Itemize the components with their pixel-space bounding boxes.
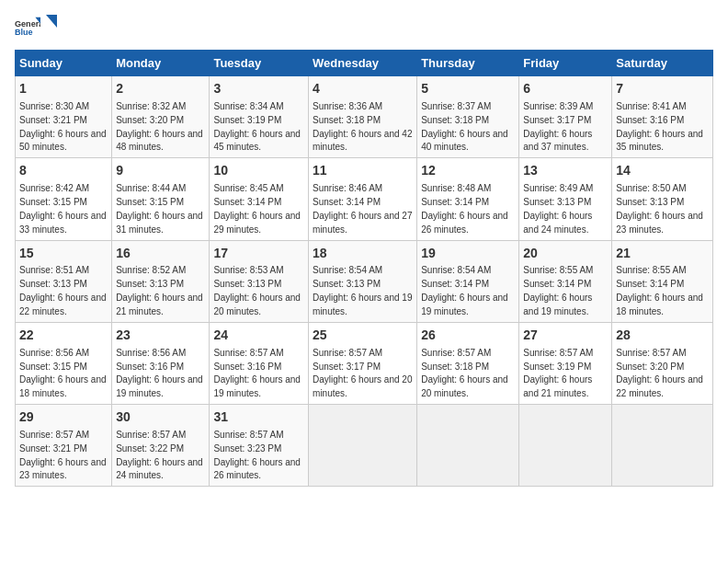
daylight-text: Daylight: 6 hours and 19 minutes. xyxy=(313,293,412,316)
sunrise-text: Sunrise: 8:55 AM xyxy=(616,265,686,275)
sunrise-text: Sunrise: 8:53 AM xyxy=(213,265,283,275)
logo-icon: General Blue xyxy=(15,15,40,40)
sunset-text: Sunset: 3:18 PM xyxy=(421,115,489,125)
calendar-cell: 2Sunrise: 8:32 AMSunset: 3:20 PMDaylight… xyxy=(112,76,210,158)
day-number: 11 xyxy=(313,162,413,179)
calendar-cell: 6Sunrise: 8:39 AMSunset: 3:17 PMDaylight… xyxy=(519,76,612,158)
sunset-text: Sunset: 3:21 PM xyxy=(19,443,87,454)
day-number: 16 xyxy=(116,245,205,262)
calendar-cell: 23Sunrise: 8:56 AMSunset: 3:16 PMDayligh… xyxy=(112,322,210,404)
sunset-text: Sunset: 3:22 PM xyxy=(116,443,184,454)
calendar-cell: 12Sunrise: 8:48 AMSunset: 3:14 PMDayligh… xyxy=(417,158,519,240)
daylight-text: Daylight: 6 hours and 45 minutes. xyxy=(213,129,301,153)
sunset-text: Sunset: 3:23 PM xyxy=(213,443,281,454)
calendar-cell xyxy=(417,405,519,487)
calendar-cell: 9Sunrise: 8:44 AMSunset: 3:15 PMDaylight… xyxy=(112,158,210,240)
calendar-cell: 1Sunrise: 8:30 AMSunset: 3:21 PMDaylight… xyxy=(16,76,112,158)
sunrise-text: Sunrise: 8:56 AM xyxy=(19,348,89,358)
sunrise-text: Sunrise: 8:39 AM xyxy=(523,101,593,111)
sunset-text: Sunset: 3:15 PM xyxy=(19,362,87,372)
sunset-text: Sunset: 3:13 PM xyxy=(19,279,87,289)
day-number: 14 xyxy=(616,162,709,179)
sunset-text: Sunset: 3:13 PM xyxy=(213,279,281,289)
svg-text:Blue: Blue xyxy=(15,28,33,37)
sunset-text: Sunset: 3:19 PM xyxy=(213,115,281,125)
day-number: 26 xyxy=(421,327,515,344)
day-number: 29 xyxy=(19,408,108,426)
sunrise-text: Sunrise: 8:34 AM xyxy=(213,101,283,111)
sunrise-text: Sunrise: 8:30 AM xyxy=(19,101,89,111)
daylight-text: Daylight: 6 hours and 19 minutes. xyxy=(213,374,301,398)
header-saturday: Saturday xyxy=(612,51,713,76)
sunrise-text: Sunrise: 8:54 AM xyxy=(313,265,382,275)
daylight-text: Daylight: 6 hours and 22 minutes. xyxy=(19,293,107,316)
daylight-text: Daylight: 6 hours and 22 minutes. xyxy=(616,374,703,398)
sunrise-text: Sunrise: 8:57 AM xyxy=(313,348,382,358)
daylight-text: Daylight: 6 hours and 26 minutes. xyxy=(421,211,508,235)
daylight-text: Daylight: 6 hours and 29 minutes. xyxy=(213,211,301,235)
logo: General Blue xyxy=(15,15,57,40)
day-number: 18 xyxy=(313,245,413,262)
calendar-cell: 17Sunrise: 8:53 AMSunset: 3:13 PMDayligh… xyxy=(210,240,309,322)
sunrise-text: Sunrise: 8:37 AM xyxy=(421,101,491,111)
sunrise-text: Sunrise: 8:57 AM xyxy=(616,348,686,358)
sunset-text: Sunset: 3:19 PM xyxy=(523,362,591,372)
sunset-text: Sunset: 3:16 PM xyxy=(213,362,281,372)
sunrise-text: Sunrise: 8:32 AM xyxy=(116,101,186,111)
calendar-cell: 20Sunrise: 8:55 AMSunset: 3:14 PMDayligh… xyxy=(519,240,612,322)
sunrise-text: Sunrise: 8:54 AM xyxy=(421,265,491,275)
daylight-text: Daylight: 6 hours and 23 minutes. xyxy=(616,211,703,235)
daylight-text: Daylight: 6 hours and 18 minutes. xyxy=(616,293,703,316)
day-number: 8 xyxy=(19,162,108,179)
sunrise-text: Sunrise: 8:55 AM xyxy=(523,265,593,275)
sunset-text: Sunset: 3:14 PM xyxy=(213,197,281,207)
sunset-text: Sunset: 3:14 PM xyxy=(421,197,489,207)
sunset-text: Sunset: 3:18 PM xyxy=(313,115,381,125)
daylight-text: Daylight: 6 hours and 31 minutes. xyxy=(116,211,203,235)
daylight-text: Daylight: 6 hours and 24 minutes. xyxy=(116,457,203,481)
day-number: 10 xyxy=(213,162,304,179)
sunset-text: Sunset: 3:18 PM xyxy=(421,362,489,372)
calendar-cell xyxy=(612,405,713,487)
calendar-header-row: SundayMondayTuesdayWednesdayThursdayFrid… xyxy=(16,51,713,76)
header-wednesday: Wednesday xyxy=(309,51,417,76)
sunset-text: Sunset: 3:15 PM xyxy=(116,197,184,207)
day-number: 6 xyxy=(523,80,608,98)
daylight-text: Daylight: 6 hours and 35 minutes. xyxy=(616,129,703,153)
calendar-cell: 25Sunrise: 8:57 AMSunset: 3:17 PMDayligh… xyxy=(309,322,417,404)
svg-marker-3 xyxy=(46,15,57,28)
day-number: 12 xyxy=(421,162,515,179)
day-number: 21 xyxy=(616,245,709,262)
daylight-text: Daylight: 6 hours and 21 minutes. xyxy=(116,293,203,316)
calendar-cell: 19Sunrise: 8:54 AMSunset: 3:14 PMDayligh… xyxy=(417,240,519,322)
calendar-week-3: 15Sunrise: 8:51 AMSunset: 3:13 PMDayligh… xyxy=(16,240,713,322)
sunrise-text: Sunrise: 8:57 AM xyxy=(213,348,283,358)
calendar-cell: 31Sunrise: 8:57 AMSunset: 3:23 PMDayligh… xyxy=(210,405,309,487)
calendar-cell: 8Sunrise: 8:42 AMSunset: 3:15 PMDaylight… xyxy=(16,158,112,240)
day-number: 25 xyxy=(313,327,413,344)
daylight-text: Daylight: 6 hours and 33 minutes. xyxy=(19,211,107,235)
calendar-cell: 30Sunrise: 8:57 AMSunset: 3:22 PMDayligh… xyxy=(112,405,210,487)
calendar-cell: 22Sunrise: 8:56 AMSunset: 3:15 PMDayligh… xyxy=(16,322,112,404)
day-number: 24 xyxy=(213,327,304,344)
day-number: 28 xyxy=(616,327,709,344)
day-number: 22 xyxy=(19,327,108,344)
day-number: 27 xyxy=(523,327,608,344)
sunset-text: Sunset: 3:15 PM xyxy=(19,197,87,207)
sunset-text: Sunset: 3:13 PM xyxy=(616,197,684,207)
calendar-cell: 13Sunrise: 8:49 AMSunset: 3:13 PMDayligh… xyxy=(519,158,612,240)
sunrise-text: Sunrise: 8:44 AM xyxy=(116,183,186,193)
sunrise-text: Sunrise: 8:41 AM xyxy=(616,101,686,111)
daylight-text: Daylight: 6 hours and 27 minutes. xyxy=(313,211,412,235)
daylight-text: Daylight: 6 hours and 19 minutes. xyxy=(421,293,508,316)
sunrise-text: Sunrise: 8:57 AM xyxy=(523,348,593,358)
sunset-text: Sunset: 3:13 PM xyxy=(116,279,184,289)
sunrise-text: Sunrise: 8:57 AM xyxy=(116,430,186,440)
daylight-text: Daylight: 6 hours and 26 minutes. xyxy=(213,457,301,481)
calendar-cell: 15Sunrise: 8:51 AMSunset: 3:13 PMDayligh… xyxy=(16,240,112,322)
calendar-week-1: 1Sunrise: 8:30 AMSunset: 3:21 PMDaylight… xyxy=(16,76,713,158)
sunrise-text: Sunrise: 8:51 AM xyxy=(19,265,89,275)
day-number: 1 xyxy=(19,80,108,98)
calendar-cell: 16Sunrise: 8:52 AMSunset: 3:13 PMDayligh… xyxy=(112,240,210,322)
sunrise-text: Sunrise: 8:57 AM xyxy=(213,430,283,440)
